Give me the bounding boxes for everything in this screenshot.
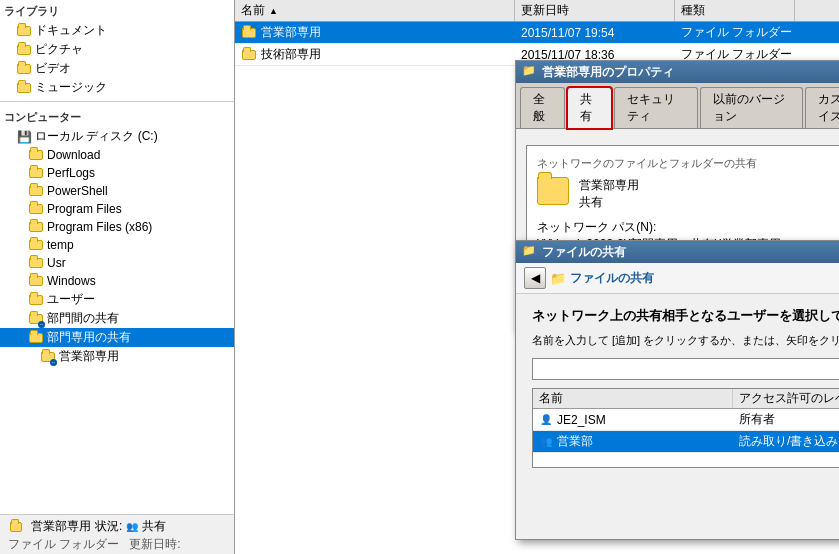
- folder-icon: [28, 183, 44, 199]
- folder-icon: [28, 237, 44, 253]
- share-description-2: 名前を入力して [追加] をクリックするか、または、矢印をクリックして相手を検索…: [532, 332, 839, 349]
- user-cell-access-0: 所有者: [733, 409, 839, 430]
- sidebar-item-usr[interactable]: Usr: [0, 254, 235, 272]
- col-header-name[interactable]: 名前 ▲: [235, 0, 515, 21]
- sort-arrow-icon: ▲: [269, 6, 278, 16]
- status-label: 状況:: [95, 518, 122, 535]
- user-list-row-je2[interactable]: 👤 JE2_ISM 所有者: [533, 409, 839, 431]
- properties-dialog-titlebar: 📁 営業部専用のプロパティ ✕: [516, 61, 839, 83]
- status-bar: 営業部専用 状況: 👥 共有 ファイル フォルダー 更新日時: 2015/11/…: [0, 514, 234, 554]
- sidebar-item-temp[interactable]: temp: [0, 236, 235, 254]
- user-person-icon: 👤: [539, 413, 553, 427]
- sidebar-item-pictures[interactable]: ピクチャ: [0, 40, 235, 59]
- user-list-header: 名前 アクセス許可のレベル: [533, 389, 839, 409]
- user-list-row-eigyo[interactable]: 👥 営業部 読み取り/書き込み ▼: [533, 431, 839, 453]
- user-list: 名前 アクセス許可のレベル 👤 JE2_ISM: [532, 388, 839, 468]
- folder-icon: [16, 80, 32, 96]
- dialog-overlay: 📁 営業部専用のプロパティ ✕ 全般 共有 セキュリティ 以前のバージョ: [235, 0, 839, 554]
- sidebar-item-video[interactable]: ビデオ: [0, 59, 235, 78]
- file-list-header: 名前 ▲ 更新日時 種類: [235, 0, 839, 22]
- folder-icon: [28, 273, 44, 289]
- file-name-0: 営業部専用: [261, 24, 321, 41]
- status-share-text: 共有: [142, 518, 166, 535]
- col-header-type[interactable]: 種類: [675, 0, 795, 21]
- folder-icon: [28, 165, 44, 181]
- sidebar-item-label: ユーザー: [47, 291, 95, 308]
- sidebar-item-label: Download: [47, 148, 100, 162]
- file-share-content-wrapper: ◀ 📁 ファイルの共有 ネットワーク上の共有相手となるユーザーを選択してください…: [516, 263, 839, 554]
- tab-share[interactable]: 共有: [567, 87, 612, 129]
- col-header-date[interactable]: 更新日時: [515, 0, 675, 21]
- user-select-row: ▼ 追加(A): [532, 358, 839, 380]
- library-section-label: ライブラリ: [0, 0, 235, 21]
- sidebar-item-label: 部門専用の共有: [47, 329, 131, 346]
- col-header-user-name: 名前: [533, 389, 733, 408]
- shared-folder-icon: ↔: [28, 311, 44, 327]
- file-cell-date-0: 2015/11/07 19:54: [515, 22, 675, 43]
- main-container: ライブラリ ドキュメント ピクチャ ビデ: [0, 0, 839, 554]
- file-share-dialog-title: ファイルの共有: [542, 244, 626, 261]
- tab-customize[interactable]: カスタマイズ: [805, 87, 839, 128]
- file-share-icon: 📁: [522, 244, 538, 260]
- file-share-dialog[interactable]: 📁 ファイルの共有 ◀ 📁 ファイルの共有 ネットワーク上の共有相手となる: [515, 240, 839, 540]
- sidebar-item-label: Program Files (x86): [47, 220, 152, 234]
- group-icon: 👥: [539, 435, 553, 449]
- file-share-main: ネットワーク上の共有相手となるユーザーを選択してください 名前を入力して [追加…: [516, 294, 839, 480]
- sidebar-item-documents[interactable]: ドキュメント: [0, 21, 235, 40]
- sidebar-item-label: ミュージック: [35, 79, 107, 96]
- sidebar-item-powershell[interactable]: PowerShell: [0, 182, 235, 200]
- nav-back-button[interactable]: ◀: [524, 267, 546, 289]
- sidebar-item-label: Windows: [47, 274, 96, 288]
- sidebar-item-program-files-x86[interactable]: Program Files (x86): [0, 218, 235, 236]
- sidebar-tree: ライブラリ ドキュメント ピクチャ ビデ: [0, 0, 235, 514]
- sidebar-item-perflogs[interactable]: PerfLogs: [0, 164, 235, 182]
- sidebar-item-label: PowerShell: [47, 184, 108, 198]
- sidebar-item-label: Usr: [47, 256, 66, 270]
- user-cell-name-0: 👤 JE2_ISM: [533, 409, 733, 430]
- sidebar-item-bumon-kan[interactable]: ↔ 部門間の共有: [0, 309, 235, 328]
- tab-previous-versions[interactable]: 以前のバージョン: [700, 87, 803, 128]
- sidebar-item-eigyo[interactable]: ↔ 営業部専用: [0, 347, 235, 366]
- user-cell-access-1: 読み取り/書き込み ▼: [733, 431, 839, 452]
- file-cell-type-0: ファイル フォルダー: [675, 22, 795, 43]
- sidebar-item-local-disk[interactable]: 💾 ローカル ディスク (C:): [0, 127, 235, 146]
- status-share-icon: 👥: [126, 521, 138, 532]
- drive-icon: 💾: [16, 129, 32, 145]
- folder-icon: [28, 201, 44, 217]
- share-description-1: ネットワーク上の共有相手となるユーザーを選択してください: [532, 306, 839, 326]
- sidebar-item-label: ローカル ディスク (C:): [35, 128, 158, 145]
- sidebar-item-label: temp: [47, 238, 74, 252]
- file-name-1: 技術部専用: [261, 46, 321, 63]
- share-box-title: ネットワークのファイルとフォルダーの共有: [537, 156, 839, 171]
- sidebar-item-users[interactable]: ユーザー: [0, 290, 235, 309]
- user-cell-name-1: 👥 営業部: [533, 431, 733, 452]
- folder-icon: [28, 255, 44, 271]
- sidebar-item-music[interactable]: ミュージック: [0, 78, 235, 97]
- sidebar-item-windows[interactable]: Windows: [0, 272, 235, 290]
- folder-icon: [241, 47, 257, 63]
- sidebar-item-label: ドキュメント: [35, 22, 107, 39]
- sidebar-item-program-files[interactable]: Program Files: [0, 200, 235, 218]
- folder-icon: [241, 25, 257, 41]
- props-dialog-title: 営業部専用のプロパティ: [542, 64, 674, 81]
- sidebar-item-label: 営業部専用: [59, 348, 119, 365]
- share-folder-large-icon: [537, 177, 569, 205]
- col-header-access: アクセス許可のレベル: [733, 389, 839, 408]
- sidebar: ライブラリ ドキュメント ピクチャ ビデ: [0, 0, 235, 554]
- file-cell-name-1: 技術部専用: [235, 44, 515, 65]
- file-cell-name-0: 営業部専用: [235, 22, 515, 43]
- sidebar-item-label: ピクチャ: [35, 41, 83, 58]
- folder-icon: [28, 219, 44, 235]
- user-input[interactable]: [532, 358, 839, 380]
- status-folder-icon: [8, 519, 24, 535]
- folder-icon: [16, 23, 32, 39]
- sidebar-item-label: PerfLogs: [47, 166, 95, 180]
- tab-security[interactable]: セキュリティ: [614, 87, 698, 128]
- sidebar-item-download[interactable]: Download: [0, 146, 235, 164]
- file-row-eigyo[interactable]: 営業部専用 2015/11/07 19:54 ファイル フォルダー: [235, 22, 839, 44]
- share-info: 営業部専用 共有: [537, 177, 839, 211]
- sidebar-item-bumon-senyou[interactable]: 部門専用の共有: [0, 328, 235, 347]
- content-area: 名前 ▲ 更新日時 種類 営業部専用 2015/11/07: [235, 0, 839, 554]
- tab-general[interactable]: 全般: [520, 87, 565, 128]
- sidebar-item-label: Program Files: [47, 202, 122, 216]
